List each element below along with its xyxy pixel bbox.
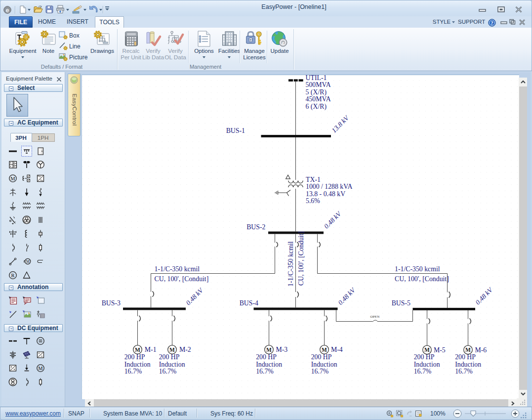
svg-text:16.7%: 16.7%: [414, 368, 432, 375]
svg-text:200 HP: 200 HP: [256, 353, 277, 361]
svg-text:OPEN: OPEN: [370, 315, 379, 319]
svg-text:M-4: M-4: [331, 346, 343, 353]
svg-text:450MVA: 450MVA: [306, 95, 331, 103]
svg-text:500MVA: 500MVA: [306, 81, 331, 88]
svg-text:CU, 100', [Conduit]: CU, 100', [Conduit]: [155, 275, 209, 283]
svg-text:M-6: M-6: [475, 346, 487, 354]
svg-text:M: M: [26, 259, 30, 264]
svg-text:M: M: [322, 347, 327, 353]
svg-text:16.7%: 16.7%: [311, 368, 329, 375]
svg-text:BUS-5: BUS-5: [392, 299, 410, 307]
svg-text:Induction: Induction: [256, 361, 282, 368]
svg-text:BUS-4: BUS-4: [240, 299, 258, 307]
svg-text:1-1/C-350 kcmil: 1-1/C-350 kcmil: [287, 241, 294, 287]
svg-text:M: M: [424, 347, 430, 353]
svg-text:TX-1: TX-1: [306, 176, 321, 183]
svg-text:1000 / 1288 kVA: 1000 / 1288 kVA: [306, 183, 352, 190]
svg-text:?: ?: [491, 20, 493, 26]
svg-text:BUS-3: BUS-3: [102, 299, 121, 307]
svg-text:M: M: [39, 366, 43, 371]
svg-text:200 HP: 200 HP: [414, 353, 435, 361]
svg-text:200 HP: 200 HP: [159, 353, 180, 361]
svg-text:R: R: [11, 272, 14, 278]
svg-text:Induction: Induction: [159, 361, 185, 368]
svg-text:M: M: [266, 347, 272, 353]
svg-text:16.7%: 16.7%: [159, 368, 177, 375]
svg-text:UTIL-1: UTIL-1: [306, 75, 327, 82]
svg-text:e: e: [282, 40, 285, 45]
svg-text:CU, 100', [Conduit]: CU, 100', [Conduit]: [395, 275, 449, 283]
svg-text:M: M: [10, 176, 15, 181]
svg-text:16.7%: 16.7%: [256, 368, 274, 375]
svg-text:BUS-2: BUS-2: [246, 223, 265, 231]
svg-text:5.6%: 5.6%: [306, 197, 320, 205]
svg-text:CU, 100', [Conduit]: CU, 100', [Conduit]: [297, 231, 305, 286]
svg-text:200 HP: 200 HP: [311, 353, 332, 361]
svg-text:Induction: Induction: [414, 361, 440, 368]
svg-text:Induction: Induction: [311, 361, 337, 368]
svg-text:13.8 - 0.48 kV: 13.8 - 0.48 kV: [306, 190, 345, 198]
svg-text:Induction: Induction: [124, 361, 151, 368]
svg-text:M-3: M-3: [276, 346, 288, 353]
svg-text:Induction: Induction: [455, 361, 481, 368]
svg-text:M-2: M-2: [179, 346, 191, 353]
svg-text:6 (X/R): 6 (X/R): [306, 103, 327, 111]
svg-text:5 (X/R): 5 (X/R): [306, 88, 327, 96]
svg-text:1-1/C-350 kcmil: 1-1/C-350 kcmil: [155, 265, 200, 273]
svg-text:M: M: [135, 347, 140, 353]
svg-text:M: M: [465, 347, 471, 353]
svg-text:200 HP: 200 HP: [124, 353, 145, 361]
svg-text:16.7%: 16.7%: [455, 368, 473, 375]
svg-text:200 HP: 200 HP: [455, 353, 476, 361]
svg-text:M-5: M-5: [434, 346, 446, 354]
svg-text:M-1: M-1: [145, 346, 157, 353]
svg-text:M: M: [169, 347, 175, 353]
svg-text:1-1/C-350 kcmil: 1-1/C-350 kcmil: [395, 265, 440, 273]
svg-text:16.7%: 16.7%: [124, 368, 142, 375]
svg-text:e: e: [6, 7, 9, 14]
svg-text:BUS-1: BUS-1: [226, 127, 245, 134]
